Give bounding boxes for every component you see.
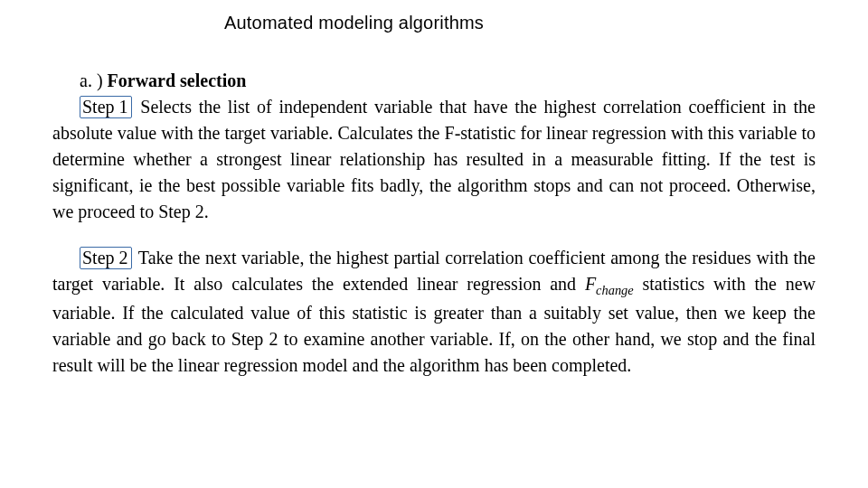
- section-heading: Forward selection: [108, 70, 247, 90]
- page-title: Automated modeling algorithms: [224, 13, 816, 33]
- f-subscript: change: [596, 283, 634, 297]
- section-enum: a. ): [80, 70, 103, 90]
- step-1-text: Selects the list of independent variable…: [52, 97, 816, 221]
- step-1-label: Step 1: [82, 97, 128, 117]
- step-2-label: Step 2: [82, 248, 128, 267]
- section-a-paragraph: a. ) Forward selection Step 1 Selects th…: [52, 68, 816, 225]
- step-2-box: Step 2: [80, 247, 132, 269]
- step-1-box: Step 1: [80, 96, 132, 118]
- f-change-symbol: Fchange: [585, 274, 634, 294]
- f-letter: F: [585, 274, 596, 294]
- page: Automated modeling algorithms a. ) Forwa…: [0, 0, 868, 488]
- step-2-paragraph: Step 2 Take the next variable, the highe…: [52, 245, 816, 379]
